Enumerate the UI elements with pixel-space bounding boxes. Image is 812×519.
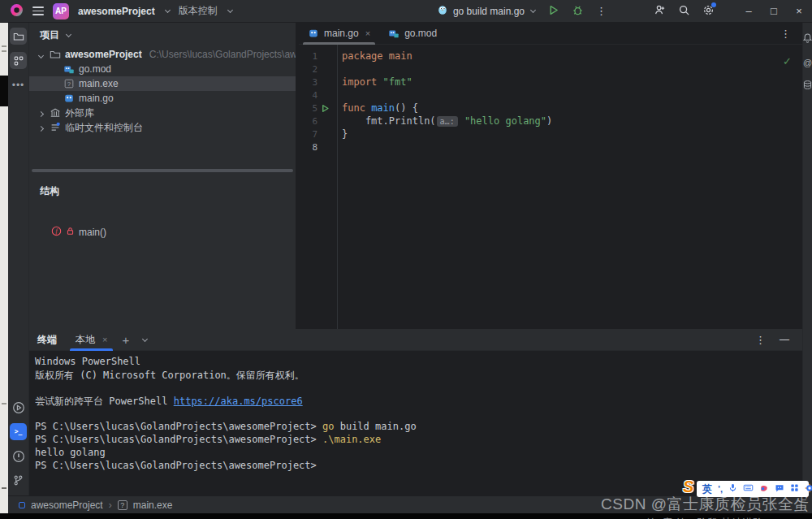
line-number: 7 [299,129,317,140]
more-actions-kebab-icon[interactable]: ⋮ [596,5,607,17]
git-tool-icon[interactable] [10,472,27,489]
structure-item-label: main() [79,227,106,238]
settings-notification-dot [711,2,716,7]
run-tool-icon[interactable] [10,399,27,416]
more-tools-icon[interactable]: ••• [10,76,27,93]
terminal-link[interactable]: https://aka.ms/pscore6 [174,396,303,407]
terminal-line: 版权所有 (C) Microsoft Corporation。保留所有权利。 [35,369,802,382]
ime-keyboard-icon[interactable] [743,482,754,495]
status-target-name[interactable]: main.exe [133,500,173,511]
code-line-5[interactable]: 5func main() { [299,102,802,115]
minimize-button[interactable]: – [742,5,755,17]
terminal-dropdown-chevron-icon[interactable] [136,329,152,350]
line-number: 3 [299,77,317,88]
run-configuration-label: go build main.go [453,6,525,17]
svg-text:?: ? [67,80,71,88]
ime-tools-icon[interactable] [805,483,812,495]
terminal-line [35,382,802,395]
code-line-2[interactable]: 2 [299,63,802,76]
svg-text:f: f [55,227,58,235]
terminal-tool-icon[interactable]: >_ [10,423,27,440]
editor-tab-label: go.mod [404,28,437,39]
database-icon[interactable] [802,80,812,93]
tree-item-label: 临时文件和控制台 [65,121,143,135]
terminal-tab-local[interactable]: 本地 × [68,329,114,350]
maximize-button[interactable]: □ [767,5,780,17]
project-horizontal-scrollbar[interactable] [32,169,293,172]
tree-item-path: C:\Users\lucas\GolandProjects\awesomePro… [149,49,296,60]
tree-expand-chevron-icon[interactable] [37,49,45,60]
vcs-chevron-icon[interactable] [227,7,233,13]
tree-item-main.go[interactable]: main.go [29,91,296,106]
vcs-menu[interactable]: 版本控制 [179,4,218,18]
tab-close-icon[interactable]: × [365,28,370,38]
private-lock-icon [66,227,75,238]
close-button[interactable]: × [793,5,806,17]
terminal-kebab-icon[interactable]: ⋮ [755,334,766,346]
project-panel-chevron-icon[interactable] [66,31,71,37]
folder-icon [50,49,61,60]
ime-chat-icon[interactable] [775,483,784,495]
tree-item-main.exe[interactable]: ?main.exe [29,76,296,91]
terminal-line: 尝试新的跨平台 PowerShell https://aka.ms/pscore… [35,395,802,408]
gutter-run-icon[interactable] [317,104,332,113]
terminal-output[interactable]: Windows PowerShell版权所有 (C) Microsoft Cor… [29,351,802,473]
tree-expand-chevron-icon[interactable] [37,107,45,119]
code-line-1[interactable]: 1package main [299,50,802,63]
tree-item-go.mod[interactable]: go.mod [29,62,296,76]
ai-assistant-icon[interactable]: @ [803,58,812,67]
code-area[interactable]: 1package main23import "fmt"45func main()… [299,45,802,154]
run-configuration-chevron-icon [530,7,536,13]
ime-microphone-icon[interactable] [728,483,737,495]
ime-skin-palette-icon[interactable] [759,483,769,495]
project-chevron-icon[interactable] [165,7,171,13]
code-line-4[interactable]: 4 [299,89,802,102]
code-with-me-icon[interactable] [654,4,666,19]
structure-tool-icon[interactable] [10,52,27,69]
search-everywhere-icon[interactable] [678,4,690,19]
project-badge[interactable]: AP [53,3,69,19]
goland-logo-icon [10,3,24,19]
code-line-3[interactable]: 3import "fmt" [299,76,802,89]
line-number: 8 [299,142,317,153]
project-tool-icon[interactable] [10,28,27,45]
line-number: 5 [299,103,317,114]
new-terminal-plus-icon[interactable]: + [114,329,136,350]
project-panel: 项目 awesomeProjectC:\Users\lucas\GolandPr… [29,23,297,329]
terminal-line: PS C:\Users\lucas\GolandProjects\awesome… [35,421,802,434]
structure-item-main[interactable]: f main() [29,224,297,240]
editor-tab-go.mod[interactable]: go.mod [379,23,446,44]
project-name[interactable]: awesomeProject [78,6,155,17]
tree-item-awesomeProject[interactable]: awesomeProjectC:\Users\lucas\GolandProje… [29,47,296,62]
terminal-minimize-icon[interactable]: — [780,334,789,345]
sogou-logo-icon[interactable]: S [683,478,693,496]
terminal-tab-close-icon[interactable]: × [102,335,107,344]
tree-item-外部库[interactable]: 外部库 [29,106,296,120]
ime-toolbar[interactable]: 英 ’, [697,481,809,497]
line-number: 1 [299,51,317,62]
ime-punctuation-toggle[interactable]: ’, [718,484,723,494]
main-menu-burger-icon[interactable] [32,6,44,15]
code-line-8[interactable]: 8 [299,141,802,154]
code-line-7[interactable]: 7} [299,128,802,141]
ime-language-toggle[interactable]: 英 [702,482,712,496]
run-configuration[interactable]: go build main.go [437,4,535,18]
go-mod-icon [388,28,400,39]
problems-tool-icon[interactable] [10,448,27,465]
code-line-6[interactable]: 6 fmt.Println(a…: "hello golang") [299,115,802,128]
function-icon: f [51,226,62,239]
tree-item-label: main.go [79,93,114,104]
debug-button[interactable] [572,4,584,19]
editor-kebab-icon[interactable]: ⋮ [780,23,802,44]
status-project-name[interactable]: awesomeProject [31,500,103,511]
notifications-bell-icon[interactable] [802,32,812,45]
run-button[interactable] [547,4,559,19]
terminal-line [35,408,802,421]
tree-item-临时文件和控制台[interactable]: 临时文件和控制台 [29,120,296,135]
settings-gear-icon[interactable] [702,4,715,19]
editor-tab-main.go[interactable]: main.go× [299,23,379,44]
title-bar: AP awesomeProject 版本控制 go build main.go … [0,0,812,23]
ime-grid-icon[interactable] [790,483,799,495]
terminal-line: Windows PowerShell [35,356,802,369]
tree-expand-chevron-icon[interactable] [37,122,45,133]
